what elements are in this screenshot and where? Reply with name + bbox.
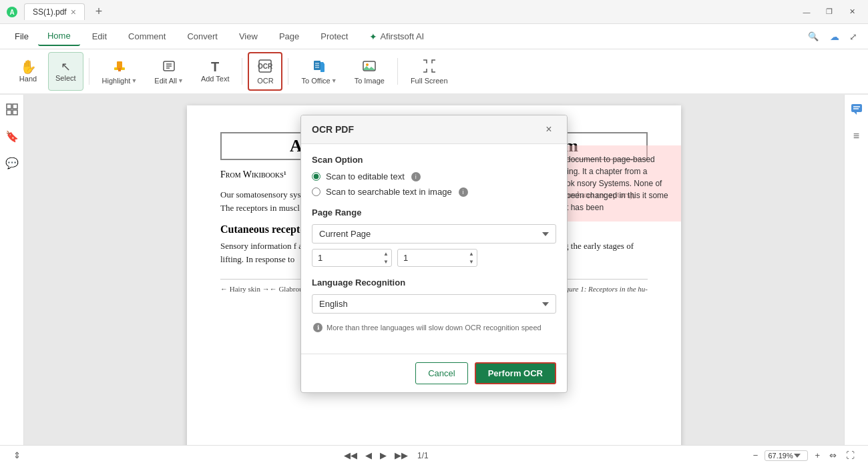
cancel-button[interactable]: Cancel [415, 362, 467, 384]
range-from-down[interactable]: ▼ [381, 258, 391, 266]
separator-4 [397, 58, 398, 85]
range-from-input[interactable] [312, 249, 392, 267]
menu-view[interactable]: View [230, 27, 267, 45]
to-office-label: To Office ▼ [301, 77, 337, 85]
page-range-title: Page Range [312, 207, 556, 217]
range-to-wrap: ▲ ▼ [397, 249, 477, 267]
new-tab-button[interactable]: + [90, 3, 107, 21]
menu-page[interactable]: Page [270, 27, 308, 45]
ocr-dialog: OCR PDF × Scan Option Scan to editable t… [300, 115, 568, 393]
dialog-body: Scan Option Scan to editable text i Scan… [301, 144, 567, 354]
svg-text:A: A [9, 9, 14, 16]
maximize-button[interactable]: ❐ [819, 4, 840, 20]
zoom-select[interactable]: 67.19% 50% 75% 100% 125% 150% [765, 450, 808, 461]
fit-width-button[interactable]: ⇔ [827, 449, 839, 462]
range-from-spinners: ▲ ▼ [381, 250, 391, 266]
right-chat-icon[interactable] [847, 100, 866, 119]
sidebar-comment-icon[interactable]: 💬 [3, 153, 21, 172]
app-logo: A [5, 5, 19, 19]
add-text-tool[interactable]: T Add Text [194, 52, 237, 91]
expand-button[interactable]: ⤢ [847, 30, 860, 43]
menu-comment[interactable]: Comment [119, 27, 175, 45]
ai-star-icon: ✦ [369, 31, 377, 42]
dialog-footer: Cancel Perform OCR [301, 354, 567, 392]
file-menu[interactable]: File [8, 29, 35, 44]
page-range-section: Page Range Current PageAll PagesCustom R… [312, 207, 556, 267]
ocr-tool[interactable]: OCR OCR [248, 52, 282, 91]
sidebar-thumbnail-icon[interactable] [3, 100, 21, 119]
hand-tool[interactable]: ✋ Hand [11, 52, 45, 91]
menu-protect[interactable]: Protect [311, 27, 357, 45]
full-screen-tool[interactable]: Full Screen [403, 52, 455, 91]
note-row: ℹ More than three languages will slow do… [312, 323, 556, 332]
fit-page-button[interactable]: ⇕ [11, 449, 23, 462]
main-area: 🔖 💬 Anatomy of the Somatosensory System … [0, 95, 868, 445]
next-page-button[interactable]: ▶ [377, 449, 389, 462]
right-panel-icon[interactable]: ≡ [847, 127, 866, 145]
note-info-icon: ℹ [313, 323, 322, 332]
prev-page-button[interactable]: ◀ [363, 449, 375, 462]
select-tool[interactable]: ↖ Select [48, 52, 83, 91]
toolbar: ✋ Hand ↖ Select Highlight ▼ Edit All ▼ T… [0, 49, 868, 95]
dialog-title: OCR PDF [312, 124, 354, 135]
svg-rect-20 [13, 110, 17, 115]
full-screen-icon [422, 59, 437, 75]
status-bar: ⇕ ◀◀ ◀ ▶ ▶▶ 1/1 − 67.19% 50% 75% 100% 12… [0, 445, 868, 465]
scan-searchable-info-icon[interactable]: i [459, 187, 468, 197]
search-button[interactable]: 🔍 [804, 27, 823, 46]
tab-close-button[interactable]: × [71, 7, 76, 17]
active-tab[interactable]: SS(1).pdf × [24, 3, 85, 20]
to-image-icon [362, 59, 377, 75]
to-image-tool[interactable]: To Image [347, 52, 392, 91]
hand-icon: ✋ [20, 60, 37, 73]
menu-ai[interactable]: ✦ Afirstsoft AI [360, 27, 433, 46]
range-to-input[interactable] [397, 249, 477, 267]
menu-convert[interactable]: Convert [178, 27, 227, 45]
radio-row-2: Scan to searchable text in image i [312, 187, 556, 197]
range-row: ▲ ▼ ▲ ▼ [312, 249, 556, 267]
pdf-area: Anatomy of the Somatosensory System From… [24, 95, 844, 445]
file-label: File [15, 31, 29, 41]
svg-rect-18 [13, 104, 17, 109]
scan-editable-radio[interactable] [312, 172, 320, 181]
zoom-out-button[interactable]: − [750, 449, 761, 462]
close-button[interactable]: ✕ [841, 4, 863, 20]
scan-searchable-radio[interactable] [312, 187, 320, 196]
edit-all-tool[interactable]: Edit All ▼ [147, 52, 191, 91]
add-text-label: Add Text [201, 75, 230, 83]
right-sidebar: ≡ [844, 95, 868, 445]
cloud-button[interactable]: ☁ [828, 30, 841, 43]
scan-option-title: Scan Option [312, 155, 556, 165]
dialog-header: OCR PDF × [301, 115, 567, 144]
svg-rect-17 [7, 104, 11, 109]
zoom-in-button[interactable]: + [812, 449, 823, 462]
title-bar-right: — ❐ ✕ [796, 4, 863, 20]
status-left: ⇕ [11, 449, 23, 462]
left-sidebar: 🔖 💬 [0, 95, 24, 445]
svg-rect-21 [851, 104, 862, 112]
range-from-wrap: ▲ ▼ [312, 249, 392, 267]
menu-edit[interactable]: Edit [83, 27, 116, 45]
dialog-close-button[interactable]: × [541, 122, 556, 137]
full-screen-status-button[interactable]: ⛶ [843, 449, 857, 462]
scan-editable-info-icon[interactable]: i [411, 172, 421, 181]
edit-all-icon [162, 59, 176, 75]
to-office-tool[interactable]: To Office ▼ [294, 52, 344, 91]
highlight-tool[interactable]: Highlight ▼ [95, 52, 145, 91]
last-page-button[interactable]: ▶▶ [392, 449, 411, 462]
range-to-down[interactable]: ▼ [467, 258, 476, 266]
range-from-up[interactable]: ▲ [381, 250, 391, 258]
range-to-up[interactable]: ▲ [467, 250, 476, 258]
language-select[interactable]: EnglishFrenchGermanSpanishChineseJapanes… [312, 294, 556, 314]
select-label: Select [55, 74, 76, 82]
page-range-select[interactable]: Current PageAll PagesCustom Range [312, 224, 556, 244]
ocr-icon: OCR [258, 59, 272, 75]
separator-2 [242, 58, 242, 85]
sidebar-bookmark-icon[interactable]: 🔖 [3, 127, 21, 145]
menu-home[interactable]: Home [38, 27, 80, 46]
select-icon: ↖ [61, 61, 71, 73]
perform-ocr-button[interactable]: Perform OCR [475, 362, 556, 384]
first-page-button[interactable]: ◀◀ [341, 449, 360, 462]
minimize-button[interactable]: — [796, 4, 817, 20]
menu-right: 🔍 ☁ ⤢ [804, 27, 860, 46]
